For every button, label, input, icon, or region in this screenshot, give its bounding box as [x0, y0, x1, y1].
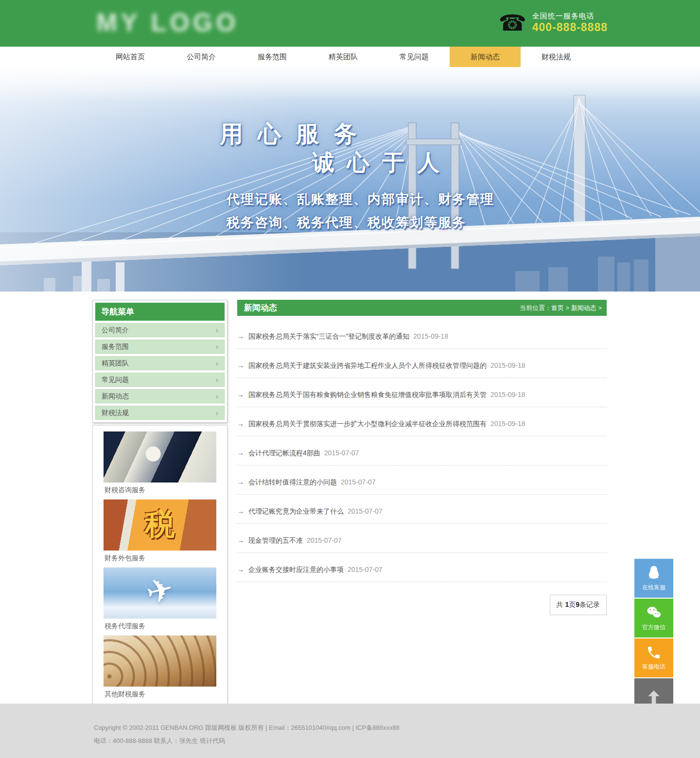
- sidebar-menu-item[interactable]: 财税法规›: [95, 406, 225, 420]
- service-item: ✈税务代理服务: [104, 568, 216, 636]
- nav-item[interactable]: 服务范围: [237, 47, 308, 67]
- news-title-link[interactable]: 企业账务交接时应注意的小事项: [248, 566, 344, 573]
- news-title-link[interactable]: 会计代理记帐流程4部曲: [248, 449, 320, 457]
- wechat-label: 官方微信: [642, 623, 665, 632]
- main-nav: 网站首页公司简介服务范围精英团队常见问题新闻动态财税法规: [0, 47, 700, 67]
- service-label[interactable]: 其他财税服务: [104, 687, 216, 703]
- news-panel: 新闻动态 当前位置：首页 > 新闻动态 > →国家税务总局关于落实“三证合一”登…: [237, 300, 607, 615]
- service-label[interactable]: 财税咨询服务: [104, 482, 216, 500]
- airplane-icon: ✈: [142, 569, 177, 612]
- chevron-right-icon: ›: [216, 326, 218, 335]
- hotline-label: 全国统一服务电话: [532, 12, 608, 21]
- news-item[interactable]: →现金管理的五不准2015-07-07: [237, 524, 607, 553]
- sidebar-menu-item[interactable]: 新闻动态›: [95, 389, 225, 403]
- chevron-right-icon: ›: [216, 392, 218, 401]
- footer-copyright: Copyright © 2002-2011 GENBAN.ORG 跟版网模板 版…: [94, 721, 700, 734]
- news-item[interactable]: →国家税务总局关于建筑安装业跨省异地工程作业人员个人所得税征收管理问题的2015…: [237, 349, 607, 378]
- news-title-link[interactable]: 会计结转时值得注意的小问题: [248, 478, 337, 486]
- service-label[interactable]: 税务代理服务: [104, 619, 216, 636]
- news-title-link[interactable]: 国家税务总局关于贯彻落实进一步扩大小型微利企业减半征收企业所得税范围有: [248, 420, 487, 428]
- nav-item[interactable]: 网站首页: [95, 47, 166, 67]
- service-image-consulting[interactable]: [104, 431, 216, 482]
- service-item: 财税咨询服务: [104, 431, 216, 500]
- sidebar-menu-title: 导航菜单: [95, 303, 225, 321]
- service-item: 税财务外包服务: [104, 500, 216, 568]
- sidebar-menu-item[interactable]: 精英团队›: [95, 356, 225, 370]
- service-item: 其他财税服务: [104, 636, 216, 703]
- banner-slogan-1: 用心服务: [220, 119, 371, 150]
- arrow-right-icon: →: [237, 449, 244, 457]
- news-item[interactable]: →国家税务总局关于贯彻落实进一步扩大小型微利企业减半征收企业所得税范围有2015…: [237, 407, 607, 436]
- arrow-right-icon: →: [237, 332, 244, 340]
- arrow-right-icon: →: [237, 536, 244, 544]
- panel-title: 新闻动态: [244, 302, 277, 313]
- sidebar-menu-item[interactable]: 服务范围›: [95, 340, 225, 354]
- service-image-overlay-text: 税: [145, 504, 175, 545]
- news-title-link[interactable]: 代理记账究竟为企业带来了什么: [248, 507, 344, 515]
- news-title-link[interactable]: 现金管理的五不准: [248, 536, 303, 544]
- breadcrumb-trailing: >: [596, 304, 602, 311]
- sidebar-services: 财税咨询服务税财务外包服务✈税务代理服务其他财税服务: [92, 425, 228, 706]
- page: MY LOGO ☎ 全国统一服务电话 400-888-8888 网站首页公司简介…: [0, 0, 700, 758]
- service-image-agency[interactable]: ✈: [104, 568, 216, 619]
- nav-item[interactable]: 公司简介: [166, 47, 237, 67]
- news-date: 2015-09-18: [413, 332, 448, 340]
- service-image-outsourcing[interactable]: 税: [104, 500, 216, 551]
- arrow-right-icon: →: [237, 478, 244, 486]
- service-phone-label: 客服电话: [642, 663, 665, 671]
- service-label[interactable]: 财务外包服务: [104, 551, 216, 568]
- breadcrumb-current-link[interactable]: 新闻动态: [571, 304, 596, 311]
- chevron-right-icon: ›: [216, 359, 218, 368]
- menu-item-label: 服务范围: [102, 343, 129, 351]
- wechat-button[interactable]: 官方微信: [634, 599, 673, 637]
- news-list: →国家税务总局关于落实“三证合一”登记制度改革的通知2015-09-18→国家税…: [237, 320, 607, 582]
- news-date: 2015-07-07: [348, 507, 383, 515]
- chevron-right-icon: ›: [216, 409, 218, 417]
- news-date: 2015-07-07: [341, 478, 376, 486]
- service-phone-button[interactable]: 客服电话: [634, 638, 673, 677]
- service-image-other[interactable]: [104, 636, 216, 687]
- news-panel-header: 新闻动态 当前位置：首页 > 新闻动态 >: [237, 300, 607, 316]
- phone-handset-icon: [646, 645, 662, 660]
- sidebar-menu-item[interactable]: 公司简介›: [95, 323, 225, 337]
- pagination-summary: 共 1页9条记录: [550, 595, 607, 615]
- menu-item-label: 财税法规: [102, 409, 129, 417]
- arrow-right-icon: →: [237, 391, 244, 398]
- news-title-link[interactable]: 国家税务总局关于建筑安装业跨省异地工程作业人员个人所得税征收管理问题的: [248, 362, 487, 369]
- news-item[interactable]: →国家税务总局关于落实“三证合一”登记制度改革的通知2015-09-18: [237, 320, 607, 349]
- news-title-link[interactable]: 国家税务总局关于落实“三证合一”登记制度改革的通知: [248, 332, 409, 340]
- banner-services-line-2: 税务咨询、税务代理、税收筹划等服务: [227, 214, 466, 231]
- banner-slogan-2: 诚心于人: [312, 148, 452, 178]
- sidebar-menu: 导航菜单 公司简介›服务范围›精英团队›常见问题›新闻动态›财税法规›: [92, 300, 228, 423]
- news-title-link[interactable]: 国家税务总局关于国有粮食购销企业销售粮食免征增值税审批事项取消后有关管: [248, 391, 487, 398]
- arrow-right-icon: →: [237, 507, 244, 515]
- site-header: MY LOGO ☎ 全国统一服务电话 400-888-8888: [0, 0, 700, 47]
- nav-item[interactable]: 常见问题: [379, 47, 450, 67]
- news-item[interactable]: →会计代理记帐流程4部曲2015-07-07: [237, 436, 607, 465]
- qq-icon: [646, 565, 662, 581]
- news-item[interactable]: →代理记账究竟为企业带来了什么2015-07-07: [237, 495, 607, 524]
- menu-item-label: 常见问题: [102, 376, 129, 384]
- footer-contact: 电话：400-888-8888 联系人：张先生 统计代码: [94, 734, 700, 747]
- site-footer: Copyright © 2002-2011 GENBAN.ORG 跟版网模板 版…: [0, 704, 700, 758]
- nav-item[interactable]: 财税法规: [521, 47, 592, 67]
- news-date: 2015-07-07: [348, 566, 383, 573]
- pagination-mid: 页: [569, 601, 576, 608]
- news-item[interactable]: →会计结转时值得注意的小问题2015-07-07: [237, 465, 607, 495]
- nav-item[interactable]: 精英团队: [308, 47, 379, 67]
- menu-item-label: 公司简介: [102, 326, 129, 335]
- breadcrumb-home-link[interactable]: 首页: [551, 304, 564, 311]
- hero-banner: 用心服务 诚心于人 代理记账、乱账整理、内部审计、财务管理 税务咨询、税务代理、…: [0, 67, 700, 292]
- online-service-button[interactable]: 在线客服: [634, 559, 673, 598]
- news-date: 2015-07-07: [307, 536, 342, 544]
- news-item[interactable]: →国家税务总局关于国有粮食购销企业销售粮食免征增值税审批事项取消后有关管2015…: [237, 378, 607, 407]
- site-logo: MY LOGO: [96, 8, 239, 37]
- wechat-icon: [645, 604, 663, 621]
- floating-contact-bar: 在线客服 官方微信 客服电话: [634, 559, 673, 718]
- arrow-right-icon: →: [237, 420, 244, 428]
- news-item[interactable]: →企业账务交接时应注意的小事项2015-07-07: [237, 553, 607, 582]
- chevron-right-icon: ›: [216, 376, 218, 384]
- header-hotline: ☎ 全国统一服务电话 400-888-8888: [498, 12, 608, 34]
- sidebar-menu-item[interactable]: 常见问题›: [95, 373, 225, 387]
- nav-item[interactable]: 新闻动态: [450, 47, 521, 67]
